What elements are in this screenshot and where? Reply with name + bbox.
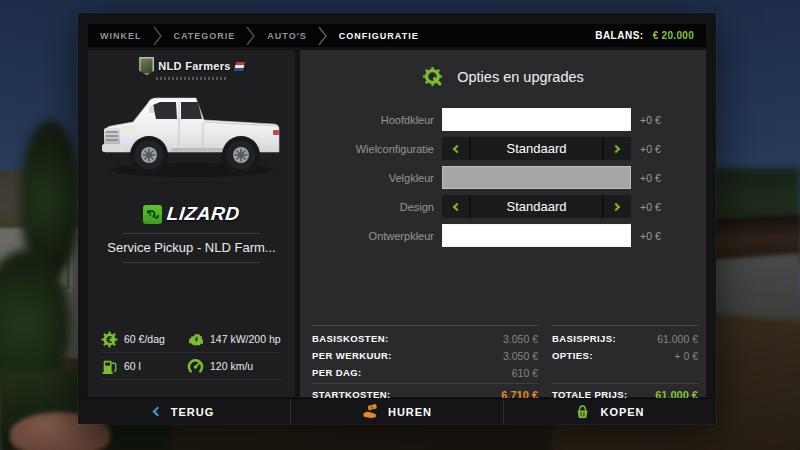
breadcrumb-item-configuratie[interactable]: CONFIGURATIE: [339, 31, 419, 41]
cost-value: 3.050 €: [503, 350, 538, 362]
engine-power-icon: [187, 331, 204, 348]
brand-name: LIZARD: [166, 203, 241, 225]
dutch-flag-icon: [234, 62, 245, 71]
selector-value: Standaard: [471, 137, 602, 160]
vehicle-stats: € 60 €/dag 147 kW/200 hp: [101, 326, 282, 380]
options-title: Opties en upgrades: [457, 69, 584, 85]
breadcrumb-item-winkel[interactable]: WINKEL: [100, 31, 142, 41]
cost-label: PER DAG:: [312, 367, 362, 378]
rent-button-label: HUREN: [388, 406, 432, 418]
chevron-right-icon: [612, 202, 620, 210]
chevron-right-icon: [153, 26, 163, 46]
options-panel: Opties en upgrades Hoofdkleur +0 € Wielc…: [300, 50, 706, 397]
buy-button[interactable]: KOPEN: [503, 399, 716, 424]
buy-button-label: KOPEN: [600, 406, 644, 418]
hoofdkleur-color-swatch[interactable]: [442, 108, 631, 131]
config-label: Velgkleur: [300, 172, 434, 184]
divider: [123, 262, 260, 263]
chevron-right-icon: [612, 144, 620, 152]
balance-label: BALANS:: [595, 30, 644, 41]
cost-label: OPTIES:: [552, 350, 593, 361]
chevron-right-icon: [246, 26, 256, 46]
breadcrumb-bar: WINKEL CATEGORIE AUTO'S CONFIGURATIE BAL…: [88, 24, 706, 47]
config-price: +0 €: [640, 143, 661, 155]
ontwerpkleur-color-swatch[interactable]: [442, 224, 631, 247]
config-price: +0 €: [640, 230, 661, 242]
buy-basket-icon: [575, 404, 590, 419]
cost-value: 610 €: [512, 367, 538, 379]
nld-shield-icon: [139, 57, 154, 75]
screenshot-root: WINKEL CATEGORIE AUTO'S CONFIGURATIE BAL…: [0, 0, 800, 450]
config-row-design: Design Standaard +0 €: [300, 195, 706, 218]
svg-text:€: €: [105, 334, 112, 344]
stat-value: 60 €/dag: [124, 333, 165, 345]
stat-value: 120 km/u: [210, 360, 253, 372]
chevron-right-icon: [318, 26, 328, 46]
config-label: Design: [300, 201, 434, 213]
stat-fuel: 60 l: [101, 353, 187, 379]
config-label: Hoofdkleur: [300, 114, 434, 126]
mod-author-name: NLD Farmers: [158, 60, 230, 72]
selector-value: Standaard: [471, 195, 602, 218]
max-speed-icon: [187, 358, 204, 375]
cost-label: BASISKOSTEN:: [312, 333, 389, 344]
config-row-ontwerpkleur: Ontwerpkleur +0 €: [300, 224, 706, 247]
vehicle-name: Service Pickup - NLD Farm...: [88, 240, 295, 255]
running-costs-block: BASISKOSTEN:3.050 € PER WERKUUR:3.050 € …: [312, 325, 538, 390]
fuel-capacity-icon: [101, 358, 118, 375]
breadcrumb-item-categorie[interactable]: CATEGORIE: [174, 31, 236, 41]
rent-hand-money-icon: [362, 404, 378, 419]
cost-value: + 0 €: [674, 350, 698, 362]
cost-label: BASISPRIJS:: [552, 333, 616, 344]
divider: [123, 233, 260, 234]
selector-next-button[interactable]: [604, 137, 631, 160]
cost-value: 3.050 €: [503, 333, 538, 345]
config-price: +0 €: [640, 114, 661, 126]
selector-prev-button[interactable]: [442, 195, 469, 218]
cost-value: 61.000 €: [657, 333, 698, 345]
config-row-velgkleur: Velgkleur +0 €: [300, 166, 706, 189]
config-row-hoofdkleur: Hoofdkleur +0 €: [300, 108, 706, 131]
wielconfiguratie-selector: Standaard: [442, 137, 631, 160]
brand-logo: LIZARD: [88, 202, 295, 226]
config-row-wielconfiguratie: Wielconfiguratie Standaard +0 €: [300, 137, 706, 160]
breadcrumb-item-autos[interactable]: AUTO'S: [267, 31, 306, 41]
stat-power: 147 kW/200 hp: [187, 326, 282, 352]
config-label: Ontwerpkleur: [300, 230, 434, 242]
back-button[interactable]: TERUG: [78, 399, 290, 424]
stat-value: 147 kW/200 hp: [210, 333, 281, 345]
balance-value: € 20.000: [653, 30, 694, 41]
purchase-price-block: BASISPRIJS:61.000 € OPTIES:+ 0 € TOTALE …: [552, 325, 698, 390]
shop-configuration-window: WINKEL CATEGORIE AUTO'S CONFIGURATIE BAL…: [78, 13, 716, 424]
chevron-left-icon: [453, 202, 461, 210]
back-button-label: TERUG: [171, 406, 215, 418]
stat-maintenance: € 60 €/dag: [101, 326, 187, 352]
vehicle-image: [97, 76, 286, 184]
options-header: Opties en upgrades: [300, 66, 706, 87]
footer-button-bar: TERUG HUREN KOPEN: [78, 398, 716, 424]
vehicle-info-panel: NLD Farmers: [88, 50, 295, 397]
selector-next-button[interactable]: [604, 195, 631, 218]
wrench-icon: [422, 66, 443, 87]
lizard-icon: [143, 205, 162, 224]
cost-label: PER WERKUUR:: [312, 350, 392, 361]
config-label: Wielconfiguratie: [300, 143, 434, 155]
config-price: +0 €: [640, 172, 661, 184]
maintenance-cost-icon: €: [101, 331, 118, 348]
chevron-left-icon: [152, 407, 162, 417]
design-selector: Standaard: [442, 195, 631, 218]
stat-value: 60 l: [124, 360, 141, 372]
selector-prev-button[interactable]: [442, 137, 469, 160]
chevron-left-icon: [453, 144, 461, 152]
stat-speed: 120 km/u: [187, 353, 282, 379]
rent-button[interactable]: HUREN: [290, 399, 503, 424]
config-price: +0 €: [640, 201, 661, 213]
velgkleur-color-swatch[interactable]: [442, 166, 631, 189]
